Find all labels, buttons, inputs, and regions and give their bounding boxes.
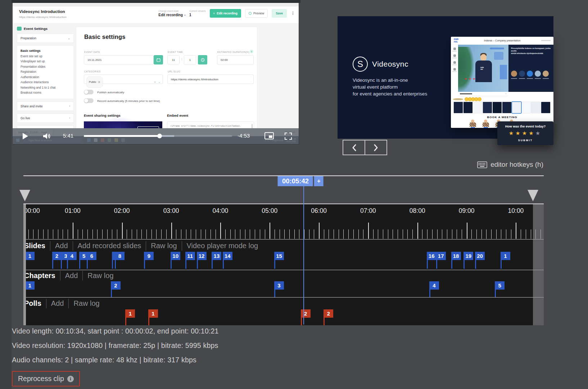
filmstrip-thumb[interactable] bbox=[454, 102, 463, 113]
sidebar-item[interactable]: Event site set up bbox=[21, 54, 70, 59]
slides-marker-16[interactable]: 16 bbox=[427, 252, 437, 260]
star-icon[interactable]: ★ bbox=[535, 130, 542, 136]
slides-marker-6[interactable]: 6 bbox=[87, 252, 96, 260]
slides-action-video-player-mode-log[interactable]: Video player mode log bbox=[187, 242, 258, 250]
plant-decoration bbox=[458, 47, 474, 92]
event-time-minutes-input[interactable]: 1 bbox=[184, 55, 196, 64]
polls-marker-1[interactable]: 1 bbox=[125, 309, 135, 318]
slides-marker-10[interactable]: 10 bbox=[171, 252, 180, 260]
star-rating[interactable]: ★★★★★ bbox=[497, 130, 553, 137]
slides-marker-19[interactable]: 19 bbox=[463, 252, 473, 260]
save-button[interactable]: Save bbox=[272, 9, 287, 18]
sidebar-item[interactable]: Audience interactions bbox=[21, 80, 70, 85]
event-state-dropdown[interactable]: Edit recording› bbox=[158, 13, 185, 17]
sidebar-item[interactable]: Basic settings bbox=[21, 49, 70, 54]
sidebar-item[interactable]: Videoplayer set up bbox=[21, 59, 70, 64]
remove-chip-icon[interactable]: ✕ bbox=[98, 81, 100, 84]
reaction-emoji-icon[interactable] bbox=[478, 97, 481, 101]
progress-knob[interactable] bbox=[157, 134, 162, 138]
url-slug-input[interactable]: https://demo.videosync.fi/introduction bbox=[167, 75, 254, 84]
edit-recording-button[interactable]: ≡Edit recording bbox=[210, 9, 241, 18]
fullscreen-icon[interactable] bbox=[284, 132, 292, 142]
slides-action-raw-log[interactable]: Raw log bbox=[151, 242, 177, 250]
slides-marker-1[interactable]: 1 bbox=[501, 252, 510, 260]
play-icon[interactable] bbox=[23, 133, 28, 139]
chapters-action-raw-log[interactable]: Raw log bbox=[87, 272, 113, 280]
chapters-marker-1[interactable]: 1 bbox=[25, 281, 35, 290]
polls-action-raw-log[interactable]: Raw log bbox=[73, 299, 99, 308]
slides-marker-17[interactable]: 17 bbox=[436, 252, 446, 260]
filmstrip-thumb[interactable] bbox=[512, 102, 521, 113]
filmstrip-thumb[interactable] bbox=[541, 102, 550, 113]
categories-select[interactable]: Public✕ ✕› bbox=[84, 75, 163, 84]
slides-marker-12[interactable]: 12 bbox=[197, 252, 207, 260]
category-chip[interactable]: Public✕ bbox=[86, 76, 103, 88]
sidebar-group-share-invite[interactable]: Share and invite› bbox=[17, 102, 74, 111]
sidebar-group-go-live[interactable]: Go live› bbox=[17, 113, 74, 123]
polls-marker-2[interactable]: 2 bbox=[301, 309, 311, 318]
star-icon[interactable]: ★ bbox=[509, 130, 515, 136]
slides-marker-11[interactable]: 11 bbox=[185, 252, 195, 260]
slides-marker-2[interactable]: 2 bbox=[52, 252, 62, 260]
previous-slide-button[interactable] bbox=[343, 140, 365, 155]
chapters-action-add[interactable]: Add bbox=[65, 272, 78, 280]
filmstrip-thumb[interactable] bbox=[473, 102, 482, 113]
polls-action-add[interactable]: Add bbox=[51, 299, 64, 308]
slides-marker-20[interactable]: 20 bbox=[475, 252, 485, 260]
slides-marker-18[interactable]: 18 bbox=[451, 252, 461, 260]
slides-marker-15[interactable]: 15 bbox=[274, 252, 284, 260]
chevron-down-icon[interactable]: › bbox=[155, 82, 164, 83]
sidebar-group-preparation[interactable]: Preparation⌄ bbox=[17, 33, 74, 43]
sidebar-item[interactable]: Authentication bbox=[21, 75, 70, 80]
record-automatically-toggle[interactable] bbox=[84, 98, 94, 103]
chapters-marker-2[interactable]: 2 bbox=[111, 281, 121, 290]
sidebar-item[interactable]: Breakout rooms bbox=[21, 90, 70, 96]
slides-marker-9[interactable]: 9 bbox=[144, 252, 154, 260]
chapters-marker-4[interactable]: 4 bbox=[429, 281, 439, 290]
filmstrip-thumb[interactable] bbox=[522, 102, 531, 113]
volume-icon[interactable] bbox=[42, 132, 51, 142]
progress-track[interactable] bbox=[84, 135, 232, 137]
sidebar-item[interactable]: Registration bbox=[21, 70, 70, 75]
filmstrip-thumb[interactable] bbox=[483, 102, 492, 113]
star-icon[interactable]: ★ bbox=[529, 130, 535, 136]
clock-icon[interactable] bbox=[198, 55, 207, 64]
submit-button[interactable]: SUBMIT bbox=[497, 139, 553, 142]
slides-marker-1[interactable]: 1 bbox=[25, 252, 35, 260]
duration-input[interactable]: 02:00 bbox=[217, 55, 254, 64]
sidebar-item[interactable]: Presentation slides bbox=[21, 64, 70, 70]
add-cue-button[interactable]: + bbox=[314, 176, 324, 186]
slides-marker-8[interactable]: 8 bbox=[115, 252, 125, 260]
chapters-marker-3[interactable]: 3 bbox=[274, 281, 284, 290]
next-slide-button[interactable] bbox=[365, 140, 386, 155]
video-player[interactable]: Videosync Introduction https://demo.vide… bbox=[13, 3, 299, 144]
trim-end-handle[interactable] bbox=[528, 190, 538, 201]
picture-in-picture-icon[interactable] bbox=[264, 132, 274, 141]
chapters-marker-5[interactable]: 5 bbox=[495, 281, 505, 290]
publish-automatically-toggle[interactable] bbox=[84, 90, 94, 94]
slides-marker-13[interactable]: 13 bbox=[212, 252, 221, 260]
trim-start-bar[interactable] bbox=[23, 204, 26, 325]
kebab-menu-icon[interactable]: ⋮ bbox=[291, 11, 295, 16]
sidebar-item[interactable]: Networking and 1 to 1 chat bbox=[21, 85, 70, 91]
event-time-hours-input[interactable]: 11 bbox=[167, 55, 180, 64]
slides-action-add-recorded-slides[interactable]: Add recorded slides bbox=[78, 242, 141, 250]
filmstrip-thumb[interactable] bbox=[532, 102, 540, 113]
slides-marker-4[interactable]: 4 bbox=[67, 252, 77, 260]
polls-marker-2[interactable]: 2 bbox=[324, 309, 333, 318]
editor-hotkeys[interactable]: editor hotkeys (h) bbox=[477, 161, 543, 169]
preview-button[interactable]: Preview bbox=[245, 9, 268, 18]
event-date-input[interactable]: 19.11.2021 bbox=[84, 55, 154, 64]
slides-marker-14[interactable]: 14 bbox=[223, 252, 232, 260]
star-icon[interactable]: ★ bbox=[515, 130, 522, 136]
star-icon[interactable]: ★ bbox=[522, 130, 529, 136]
playhead[interactable] bbox=[303, 186, 304, 325]
polls-marker-1[interactable]: 1 bbox=[148, 309, 158, 318]
calendar-icon[interactable] bbox=[154, 55, 163, 64]
filmstrip-thumb[interactable] bbox=[493, 102, 502, 113]
reprocess-clip-button[interactable]: Reprocess clip i bbox=[12, 371, 80, 386]
trim-start-handle[interactable] bbox=[19, 190, 30, 201]
filmstrip-thumb[interactable] bbox=[502, 102, 511, 113]
slides-action-add[interactable]: Add bbox=[55, 242, 68, 250]
filmstrip-thumb[interactable] bbox=[463, 102, 472, 113]
